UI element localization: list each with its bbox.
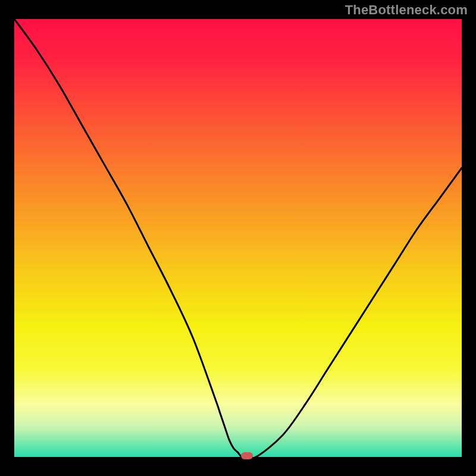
attribution-label: TheBottleneck.com [345, 2, 468, 18]
chart-container: TheBottleneck.com [0, 0, 476, 476]
bottleneck-chart [0, 0, 476, 476]
optimum-marker [241, 452, 253, 459]
plot-background [14, 19, 462, 457]
